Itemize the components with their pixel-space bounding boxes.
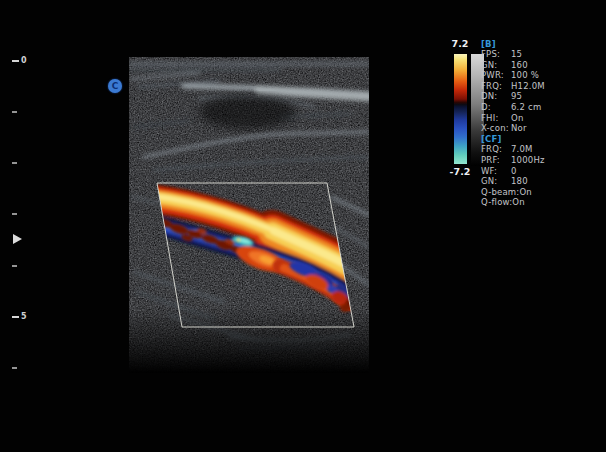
- param-label: [CF]: [481, 134, 502, 145]
- param-label: FHI:: [481, 113, 511, 124]
- param-row: DN:95: [481, 91, 596, 102]
- param-label: FRQ:: [481, 81, 511, 92]
- param-label: Q-beam:: [481, 187, 519, 198]
- param-row: FRQ:7.0M: [481, 144, 596, 155]
- param-label: D:: [481, 102, 511, 113]
- ultrasound-screen: 05: [0, 0, 606, 452]
- depth-ruler: 05: [0, 0, 34, 452]
- param-value: On: [519, 187, 531, 198]
- param-label: FPS:: [481, 49, 511, 60]
- ruler-tick: [12, 60, 19, 62]
- param-row: GN:160: [481, 60, 596, 71]
- param-value: 0: [511, 166, 517, 177]
- param-label: PRF:: [481, 155, 511, 166]
- ruler-tick: [12, 213, 17, 215]
- mode-section-header: [B]: [481, 39, 596, 50]
- ruler-tick: [12, 265, 17, 267]
- param-value: 6.2 cm: [511, 102, 541, 113]
- param-row: GN:180: [481, 176, 596, 187]
- ruler-tick: [12, 367, 17, 369]
- color-roi-overlay: [154, 181, 358, 331]
- param-label: Q-flow:: [481, 197, 512, 208]
- mode-section-header: [CF]: [481, 134, 596, 145]
- param-row: FRQ:H12.0M: [481, 81, 596, 92]
- velocity-scale-max: 7.2: [443, 38, 477, 49]
- param-value: Nor: [511, 123, 527, 134]
- param-value: On: [511, 113, 523, 124]
- ruler-tick: [12, 162, 17, 164]
- param-value: On: [512, 197, 524, 208]
- ruler-tick: [12, 316, 19, 318]
- ruler-tick-label: 5: [21, 312, 27, 322]
- param-label: GN:: [481, 60, 511, 71]
- param-row: FHI:On: [481, 113, 596, 124]
- param-label: GN:: [481, 176, 511, 187]
- param-value: 180: [511, 176, 528, 187]
- param-value: 100 %: [511, 70, 539, 81]
- param-label: DN:: [481, 91, 511, 102]
- velocity-scale-min: -7.2: [443, 166, 477, 177]
- param-label: [B]: [481, 39, 496, 50]
- color-scale-bar: [454, 54, 467, 164]
- param-label: X-con:: [481, 123, 511, 134]
- param-label: PWR:: [481, 70, 511, 81]
- param-value: H12.0M: [511, 81, 545, 92]
- param-label: WF:: [481, 166, 511, 177]
- focus-marker-arrow[interactable]: [13, 234, 22, 244]
- orientation-marker: C: [108, 79, 122, 93]
- param-row: Q-beam:On: [481, 187, 596, 198]
- param-value: 7.0M: [511, 144, 533, 155]
- param-value: 160: [511, 60, 528, 71]
- param-value: 15: [511, 49, 522, 60]
- param-row: FPS:15: [481, 49, 596, 60]
- param-row: X-con:Nor: [481, 123, 596, 134]
- param-label: FRQ:: [481, 144, 511, 155]
- param-value: 95: [511, 91, 522, 102]
- param-row: PWR:100 %: [481, 70, 596, 81]
- param-row: Q-flow:On: [481, 197, 596, 208]
- ruler-tick: [12, 111, 17, 113]
- param-value: 1000Hz: [511, 155, 545, 166]
- param-row: D:6.2 cm: [481, 102, 596, 113]
- ruler-tick-label: 0: [21, 56, 27, 66]
- doppler-flow: [154, 196, 358, 314]
- param-row: WF:0: [481, 166, 596, 177]
- params-panel: [B]FPS:15GN:160PWR:100 %FRQ:H12.0MDN:95D…: [481, 39, 596, 209]
- param-row: PRF:1000Hz: [481, 155, 596, 166]
